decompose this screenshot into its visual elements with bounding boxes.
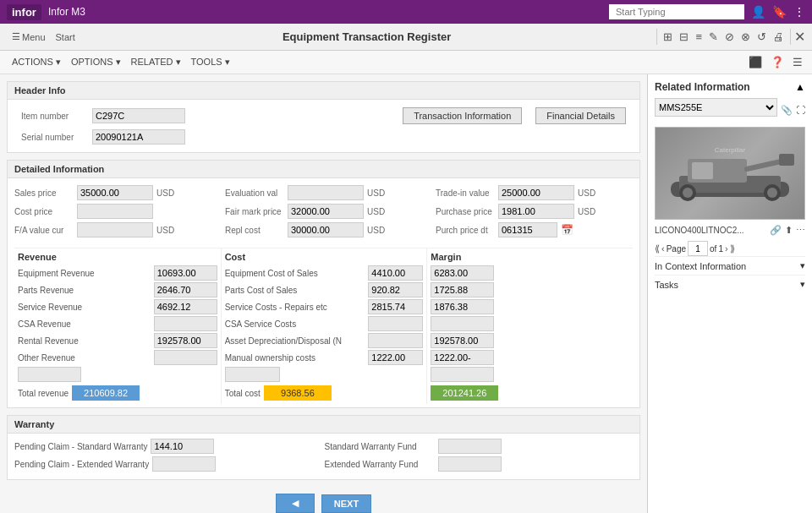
- margin-input-5[interactable]: [431, 350, 494, 365]
- toolbar-icon-3[interactable]: ≡: [693, 29, 705, 45]
- related-expand-btn[interactable]: ⛶: [796, 105, 805, 115]
- cost-input-0[interactable]: [368, 265, 423, 281]
- extended-fund-label: Extended Warranty Fund: [325, 460, 435, 469]
- margin-input-4[interactable]: [431, 333, 494, 348]
- purchase-price-input[interactable]: [498, 204, 574, 219]
- rev-input-1[interactable]: [154, 282, 217, 297]
- start-button[interactable]: Start: [51, 30, 80, 44]
- purch-date-input[interactable]: [498, 222, 557, 237]
- tasks-section[interactable]: Tasks ▾: [655, 275, 805, 293]
- related-menu[interactable]: RELATED ▾: [126, 55, 186, 69]
- margin-input-1[interactable]: [431, 282, 494, 297]
- user-icon[interactable]: 👤: [751, 5, 765, 19]
- toolbar-icon-5[interactable]: ⊘: [722, 29, 737, 45]
- trade-in-input[interactable]: [498, 185, 574, 200]
- financial-details-button[interactable]: Financial Details: [535, 107, 626, 124]
- item-number-row: Item number Transaction Information Fina…: [14, 105, 633, 127]
- related-item-select[interactable]: MMS255E: [655, 98, 777, 117]
- bookmark-icon[interactable]: 🔖: [772, 5, 787, 19]
- rev-input-3[interactable]: [154, 316, 217, 331]
- cost-input-5[interactable]: [368, 350, 423, 365]
- related-open-btn[interactable]: 🔗: [770, 225, 782, 236]
- infor-logo: infor: [7, 4, 41, 20]
- pending-extended-input[interactable]: [152, 456, 216, 472]
- cost-row-5: Manual ownership costs: [225, 350, 424, 365]
- standard-fund-input[interactable]: [438, 439, 502, 454]
- fa-value-input[interactable]: [77, 222, 153, 237]
- rev-input-5[interactable]: [154, 350, 217, 365]
- page-last-btn[interactable]: ⟫: [730, 243, 735, 254]
- toolbar-icon-8[interactable]: 🖨: [771, 29, 787, 45]
- fair-mark-input[interactable]: [288, 204, 364, 219]
- related-collapse-button[interactable]: ▲: [795, 81, 805, 93]
- related-share-btn[interactable]: ⬆: [785, 225, 793, 236]
- toolbar-icon-4[interactable]: ✎: [706, 29, 721, 45]
- left-panel: Header Info Item number Transaction Info…: [0, 74, 647, 513]
- toolbar-icon-6[interactable]: ⊗: [738, 29, 753, 45]
- sales-price-input[interactable]: [77, 185, 153, 200]
- top-bar: infor Infor M3 👤 🔖 ⋮: [0, 0, 812, 24]
- warranty-section: Warranty Pending Claim - Standard Warran…: [7, 415, 640, 480]
- page-total: 1: [718, 244, 723, 254]
- calendar-icon[interactable]: 📅: [561, 224, 573, 236]
- margin-input-3[interactable]: [431, 316, 494, 331]
- transaction-info-button[interactable]: Transaction Information: [403, 107, 522, 124]
- cost-input-2[interactable]: [368, 299, 423, 314]
- toolbar-icon-1[interactable]: ⊞: [661, 29, 675, 45]
- close-button[interactable]: ✕: [794, 29, 805, 45]
- cost-price-input[interactable]: [77, 204, 153, 219]
- header-info-section: Header Info Item number Transaction Info…: [7, 81, 640, 153]
- actions-menu[interactable]: ACTIONS ▾: [7, 55, 66, 69]
- prev-button[interactable]: ◀: [276, 494, 315, 513]
- window-title: Equipment Transaction Register: [80, 30, 654, 43]
- toolbar-icon-7[interactable]: ↺: [754, 29, 769, 45]
- trade-in-row: Trade-in value USD: [436, 185, 633, 200]
- page-current-input[interactable]: [688, 241, 708, 256]
- fa-value-unit: USD: [156, 226, 174, 235]
- margin-total-value: 201241.26: [431, 385, 498, 401]
- cost-input-6[interactable]: [225, 367, 280, 382]
- margin-row-5: [431, 350, 629, 365]
- action-icon-1[interactable]: ⬛: [746, 54, 765, 70]
- rev-input-6[interactable]: [18, 367, 81, 382]
- sales-price-unit: USD: [156, 188, 174, 198]
- rev-input-4[interactable]: [154, 333, 217, 348]
- page-first-btn[interactable]: ⟪: [655, 243, 660, 254]
- cost-input-4[interactable]: [368, 333, 423, 348]
- related-attach-btn[interactable]: 📎: [781, 105, 793, 116]
- in-context-section[interactable]: In Context Information ▾: [655, 256, 805, 275]
- toolbar-icon-2[interactable]: ⊟: [677, 29, 691, 45]
- pending-extended-row: Pending Claim - Extended Warranty: [14, 456, 323, 472]
- margin-input-0[interactable]: [431, 265, 494, 281]
- cost-input-1[interactable]: [368, 282, 423, 297]
- cost-row-6: [225, 367, 424, 382]
- action-icon-3[interactable]: ☰: [790, 54, 805, 70]
- eval-val-input[interactable]: [288, 185, 364, 200]
- more-icon[interactable]: ⋮: [793, 5, 805, 19]
- page-next-btn[interactable]: ›: [725, 243, 728, 254]
- tools-menu[interactable]: TOOLS ▾: [186, 55, 235, 69]
- rev-input-0[interactable]: [154, 265, 217, 281]
- item-number-input[interactable]: [92, 108, 185, 123]
- options-menu[interactable]: OPTIONS ▾: [66, 55, 126, 69]
- margin-input-2[interactable]: [431, 299, 494, 314]
- next-button[interactable]: NEXT: [321, 494, 371, 513]
- cost-input-3[interactable]: [368, 316, 423, 331]
- equipment-image: Caterpillar: [655, 127, 805, 220]
- rev-input-2[interactable]: [154, 299, 217, 314]
- action-icon-2[interactable]: ❓: [768, 54, 787, 70]
- rev-row-1: Parts Revenue: [18, 282, 217, 297]
- margin-row-3: [431, 316, 629, 331]
- search-input[interactable]: [609, 4, 744, 19]
- extended-fund-input[interactable]: [438, 456, 502, 472]
- pending-standard-input[interactable]: [151, 439, 214, 454]
- repl-cost-input[interactable]: [288, 222, 364, 237]
- svg-rect-3: [692, 162, 713, 179]
- related-more-btn[interactable]: ⋯: [796, 225, 805, 236]
- menu-button[interactable]: ☰ Menu: [7, 30, 51, 44]
- serial-number-input[interactable]: [92, 129, 185, 145]
- page-prev-btn[interactable]: ‹: [661, 243, 665, 254]
- equipment-svg: Caterpillar: [662, 135, 798, 211]
- svg-point-7: [767, 188, 777, 198]
- margin-input-6[interactable]: [431, 367, 494, 382]
